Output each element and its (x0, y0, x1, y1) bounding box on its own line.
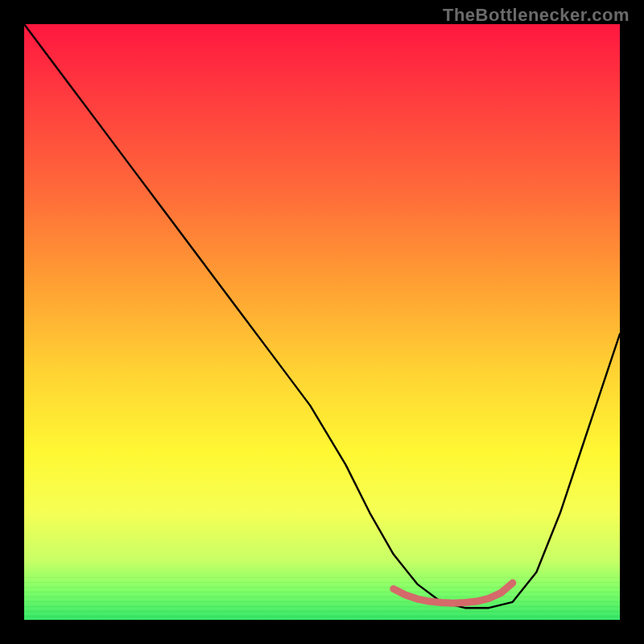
plot-area (24, 24, 620, 620)
bottleneck-curve (24, 24, 620, 608)
watermark-text: TheBottlenecker.com (443, 5, 630, 26)
flat-zone-marker (394, 583, 513, 603)
chart-svg (24, 24, 620, 620)
chart-container: TheBottlenecker.com (0, 0, 644, 644)
